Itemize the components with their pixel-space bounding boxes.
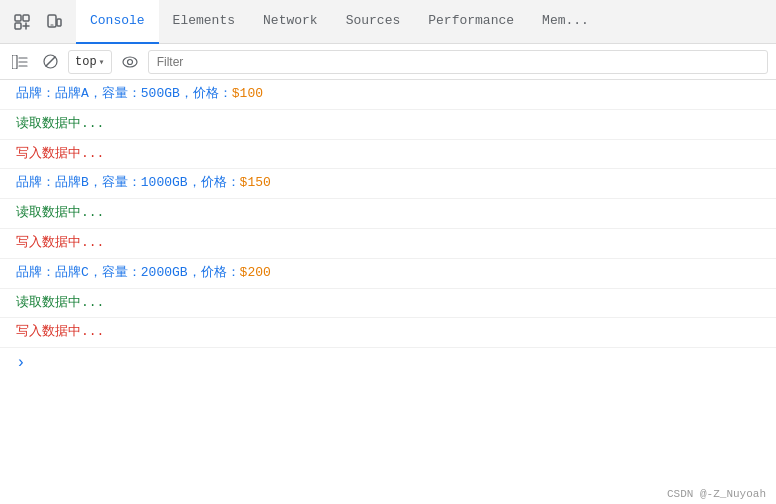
reading-line-text: 读取数据中... xyxy=(16,203,104,224)
console-line: 读取数据中... xyxy=(0,289,776,319)
eye-icon-button[interactable] xyxy=(118,50,142,74)
console-prompt[interactable]: › xyxy=(0,348,776,378)
context-label: top xyxy=(75,55,97,69)
inspect-icon[interactable] xyxy=(8,8,36,36)
console-line: 品牌：品牌A，容量：500GB，价格：$100 xyxy=(0,80,776,110)
console-output: 品牌：品牌A，容量：500GB，价格：$100 读取数据中... 写入数据中..… xyxy=(0,80,776,480)
chevron-right-icon: › xyxy=(16,354,26,372)
svg-point-13 xyxy=(127,59,132,64)
sidebar-toggle-button[interactable] xyxy=(8,50,32,74)
tab-performance[interactable]: Performance xyxy=(414,0,528,44)
console-line: 写入数据中... xyxy=(0,318,776,348)
writing-line-text: 写入数据中... xyxy=(16,233,104,254)
tab-console[interactable]: Console xyxy=(76,0,159,44)
price-value: $150 xyxy=(240,173,271,194)
filter-input[interactable] xyxy=(148,50,768,74)
writing-line-text: 写入数据中... xyxy=(16,322,104,343)
writing-line-text: 写入数据中... xyxy=(16,144,104,165)
console-line: 读取数据中... xyxy=(0,110,776,140)
tab-bar: Console Elements Network Sources Perform… xyxy=(0,0,776,44)
console-toolbar: top ▾ xyxy=(0,44,776,80)
toolbar-icon-group xyxy=(8,8,68,36)
reading-line-text: 读取数据中... xyxy=(16,114,104,135)
price-value: $200 xyxy=(240,263,271,284)
console-line: 写入数据中... xyxy=(0,229,776,259)
watermark: CSDN @-Z_Nuyoah xyxy=(667,488,766,500)
reading-line-text: 读取数据中... xyxy=(16,293,104,314)
brand-line-text: 品牌：品牌C，容量：2000GB，价格： xyxy=(16,263,240,284)
console-line: 读取数据中... xyxy=(0,199,776,229)
tab-network[interactable]: Network xyxy=(249,0,332,44)
svg-rect-2 xyxy=(15,23,21,29)
tab-elements[interactable]: Elements xyxy=(159,0,249,44)
console-line: 写入数据中... xyxy=(0,140,776,170)
console-line: 品牌：品牌C，容量：2000GB，价格：$200 xyxy=(0,259,776,289)
svg-point-12 xyxy=(123,57,137,67)
tab-sources[interactable]: Sources xyxy=(332,0,415,44)
svg-rect-1 xyxy=(23,15,29,21)
svg-rect-4 xyxy=(57,19,61,26)
brand-line-text: 品牌：品牌A，容量：500GB，价格： xyxy=(16,84,232,105)
price-value: $100 xyxy=(232,84,263,105)
console-line: 品牌：品牌B，容量：1000GB，价格：$150 xyxy=(0,169,776,199)
tab-memory[interactable]: Mem... xyxy=(528,0,603,44)
brand-line-text: 品牌：品牌B，容量：1000GB，价格： xyxy=(16,173,240,194)
svg-rect-0 xyxy=(15,15,21,21)
dropdown-arrow-icon: ▾ xyxy=(99,56,105,68)
device-toggle-icon[interactable] xyxy=(40,8,68,36)
context-selector[interactable]: top ▾ xyxy=(68,50,112,74)
svg-line-11 xyxy=(46,57,55,66)
svg-rect-6 xyxy=(12,55,17,69)
clear-console-button[interactable] xyxy=(38,50,62,74)
